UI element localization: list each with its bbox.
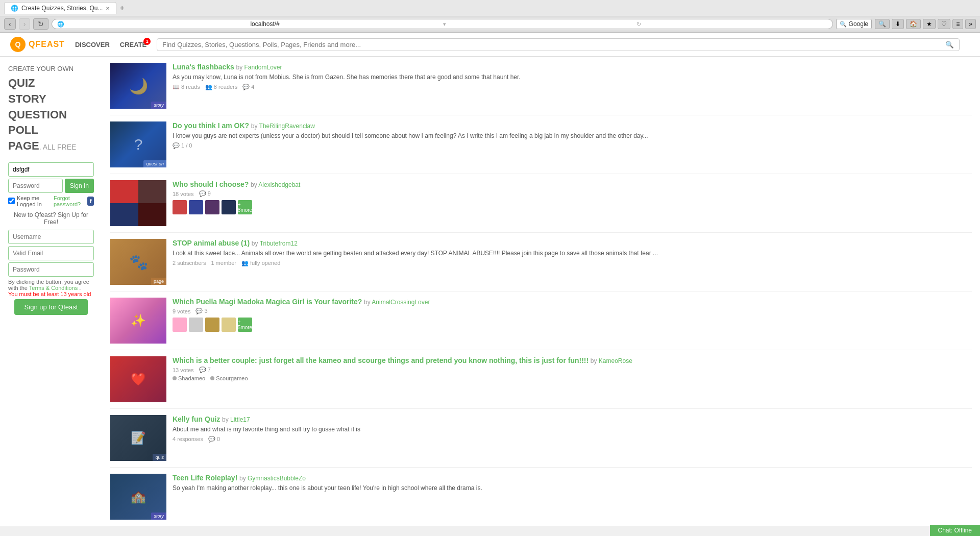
feed-item-title[interactable]: Which is a better couple: just forget al…: [173, 356, 589, 364]
signup-username-input[interactable]: [8, 230, 94, 244]
feed-item-desc: As you may know, Luna is not from Mobius…: [173, 73, 972, 82]
author-link[interactable]: FandomLover: [244, 64, 282, 71]
feed-thumbnail: 🏫 story: [110, 474, 166, 520]
feed-item-author: by Alexishedgebat: [251, 181, 300, 188]
download-icon[interactable]: ⬇: [892, 19, 904, 29]
reads-count: 📖 8 reads: [173, 84, 200, 90]
logo-text[interactable]: QFEAST: [29, 40, 65, 49]
signup-email-input[interactable]: [8, 246, 94, 260]
forward-button[interactable]: ›: [19, 18, 31, 30]
chat-bar[interactable]: Chat: Offline: [930, 525, 980, 526]
favorites-icon[interactable]: ♡: [938, 19, 950, 29]
comments-count: 💬 9: [199, 190, 211, 197]
type-badge: story: [151, 513, 166, 520]
new-tab-button[interactable]: +: [116, 4, 127, 13]
google-search-icon: 🔍: [840, 21, 847, 28]
url-display: localhost/#: [250, 20, 441, 28]
create-quiz-link[interactable]: QUIZ: [8, 76, 94, 91]
author-link[interactable]: Tributefrom12: [260, 240, 298, 247]
sidebar: CREATE YOUR OWN QUIZ STORY QUESTION POLL…: [0, 57, 102, 526]
feed-content: Teen Life Roleplay! by GymnasticsBubbleZ…: [173, 474, 972, 520]
feed-item-title[interactable]: STOP animal abuse (1): [173, 239, 250, 247]
feed-content: Which is a better couple: just forget al…: [173, 356, 972, 402]
search-bar: 🔍: [157, 38, 960, 51]
feed-item-title[interactable]: Kelly fun Quiz: [173, 415, 220, 423]
avatar-more-button[interactable]: +8more: [238, 200, 252, 214]
tab-title: Create Quizzes, Stories, Qu...: [21, 5, 103, 12]
feed-thumbnail: 📝 quiz: [110, 415, 166, 461]
age-warning: You must be at least 13 years old: [8, 291, 91, 297]
avatar-mini: [189, 318, 203, 332]
responses-count: 4 responses: [173, 436, 203, 442]
login-row: Sign In: [8, 179, 94, 193]
create-own-title: CREATE YOUR OWN: [8, 65, 94, 72]
feed-thumbnail: ✨: [110, 298, 166, 344]
feed-content: Kelly fun Quiz by Little17 About me and …: [173, 415, 972, 461]
feed-content: Who should I choose? by Alexishedgebat 1…: [173, 180, 972, 226]
address-bar[interactable]: 🌐 localhost/# ▾ ↻: [52, 19, 832, 29]
nav-discover[interactable]: DISCOVER: [75, 41, 110, 48]
votes-count: 9 votes: [173, 308, 190, 314]
feed-item-desc: I know you guys are not experts (unless …: [173, 132, 972, 140]
comments-count: 💬 7: [199, 367, 211, 373]
author-link[interactable]: TheRilingRavenclaw: [259, 123, 315, 130]
author-link[interactable]: Alexishedgebat: [258, 181, 300, 188]
feed-item: ? quest.on Do you think I am OK? by TheR…: [110, 115, 972, 174]
forgot-password-link[interactable]: Forgot password?: [54, 195, 85, 207]
create-links: QUIZ STORY QUESTION POLL PAGE. ALL FREE: [8, 76, 94, 154]
create-question-link[interactable]: QUESTION: [8, 107, 94, 123]
more-icon[interactable]: »: [965, 19, 976, 29]
browser-search-icon[interactable]: 🔍: [875, 19, 890, 29]
facebook-icon[interactable]: f: [87, 197, 94, 206]
home-icon[interactable]: 🏠: [906, 19, 921, 29]
site-header: Q QFEAST DISCOVER CREATE 1 🔍: [0, 33, 980, 57]
logo-icon: Q: [10, 37, 26, 52]
avatar-more-button[interactable]: +5more: [238, 318, 252, 332]
login-password-input[interactable]: [8, 179, 63, 193]
search-submit-icon[interactable]: 🔍: [945, 41, 954, 48]
browser-search[interactable]: 🔍 Google: [836, 19, 872, 29]
comments-count: 💬 0: [208, 436, 220, 443]
feed: 🌙 story Luna's flashbacks by FandomLover…: [102, 57, 980, 526]
type-badge: story: [151, 102, 166, 109]
nav-create[interactable]: CREATE 1: [120, 41, 146, 48]
author-link[interactable]: KameoRose: [599, 357, 632, 364]
feed-item: ✨ Which Puella Magi Madoka Magica Girl i…: [110, 291, 972, 350]
feed-item-title[interactable]: Which Puella Magi Madoka Magica Girl is …: [173, 298, 362, 306]
login-username-input[interactable]: [8, 162, 94, 177]
author-link[interactable]: AnimalCrossingLover: [372, 299, 430, 306]
bookmark-icon[interactable]: ★: [923, 19, 936, 29]
feed-thumbnail: [110, 180, 166, 226]
create-page-link[interactable]: PAGE. ALL FREE: [8, 138, 94, 154]
feed-thumbnail: ❤️: [110, 356, 166, 402]
menu-icon[interactable]: ≡: [952, 19, 963, 29]
back-button[interactable]: ‹: [4, 18, 16, 30]
author-link[interactable]: GymnasticsBubbleZo: [248, 475, 306, 482]
remember-checkbox[interactable]: [8, 198, 15, 204]
terms-link[interactable]: Terms & Conditions: [29, 285, 78, 291]
browser-tab[interactable]: 🌐 Create Quizzes, Stories, Qu... ✕: [4, 2, 116, 14]
refresh-button[interactable]: ↻: [33, 18, 48, 30]
feed-item-title[interactable]: Luna's flashbacks: [173, 63, 234, 71]
feed-item-title[interactable]: Do you think I am OK?: [173, 121, 249, 130]
create-story-link[interactable]: STORY: [8, 91, 94, 107]
signup-button[interactable]: Sign up for Qfeast: [14, 299, 88, 315]
author-link[interactable]: Little17: [230, 416, 250, 423]
poll-option-1: Shadameo: [173, 375, 205, 381]
signup-password-input[interactable]: [8, 262, 94, 277]
avatar-mini: [205, 318, 219, 332]
create-poll-link[interactable]: POLL: [8, 123, 94, 138]
feed-content: Which Puella Magi Madoka Magica Girl is …: [173, 298, 972, 344]
feed-item-title[interactable]: Who should I choose?: [173, 180, 249, 188]
votes-count: 18 votes: [173, 191, 194, 197]
search-input[interactable]: [162, 41, 945, 48]
feed-item-title[interactable]: Teen Life Roleplay!: [173, 474, 237, 482]
comments-count: 💬 4: [242, 84, 254, 90]
feed-content: STOP animal abuse (1) by Tributefrom12 L…: [173, 239, 972, 285]
tab-close-icon[interactable]: ✕: [106, 6, 110, 11]
sign-in-button[interactable]: Sign In: [65, 179, 94, 193]
feed-content: Do you think I am OK? by TheRilingRavenc…: [173, 121, 972, 167]
avatar-mini: [173, 318, 187, 332]
feed-item-author: by TheRilingRavenclaw: [251, 123, 315, 130]
avatar-mini: [205, 200, 219, 214]
